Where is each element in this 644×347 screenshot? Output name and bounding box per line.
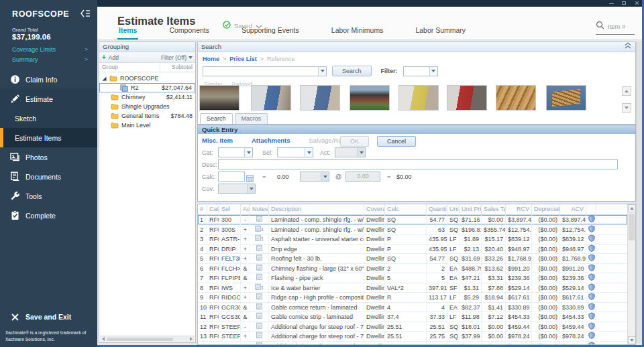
column-header-notes[interactable]: Notes xyxy=(250,204,269,214)
column-header-quantity[interactable]: Quantity xyxy=(427,204,447,214)
column-header-rcv[interactable]: RCV xyxy=(506,204,532,214)
table-row[interactable]: 6RFGFLCH>&Chimney flashing - large (32" … xyxy=(198,264,627,274)
save-and-exit-button[interactable]: Save and Exit xyxy=(0,307,97,327)
table-row[interactable]: 7RFGFLPIPE&Flashing - pipe jackDwelling5… xyxy=(198,273,627,283)
price-list-search-input[interactable] xyxy=(203,68,318,74)
sidebar-item-estimate[interactable]: Estimate xyxy=(0,89,97,109)
close-icon[interactable] xyxy=(634,1,640,6)
column-header-calc[interactable]: Calc xyxy=(385,204,427,214)
room-red-wall-thumbnail[interactable] xyxy=(447,85,487,111)
note-icon[interactable] xyxy=(250,322,269,332)
column-header-unit[interactable]: Unit xyxy=(447,204,460,214)
sidebar-link-coverage-limits[interactable]: Coverage Limits> xyxy=(0,44,97,54)
group-column-header[interactable]: Group xyxy=(99,63,160,72)
coverage-shield-icon[interactable] xyxy=(586,245,596,254)
table-row[interactable]: 4RFGDRIP+Drip edgeDwellingP435.95LF$2.13… xyxy=(198,245,627,255)
sidebar-item-claim-info[interactable]: Claim Info xyxy=(0,70,97,89)
coverage-shield-icon[interactable] xyxy=(586,254,596,263)
search-button[interactable]: Search xyxy=(332,66,372,76)
note-icon[interactable]: 1 xyxy=(250,283,269,293)
house-exterior-thumbnail[interactable] xyxy=(350,85,390,111)
note-icon[interactable] xyxy=(250,215,269,224)
room-blue-wall-2-thumbnail[interactable] xyxy=(300,85,340,111)
quick-entry-tab-attachments[interactable]: Attachments xyxy=(252,137,290,144)
coverage-shield-icon[interactable] xyxy=(586,332,596,341)
column-header-sales-tax[interactable]: Sales Tax xyxy=(482,204,506,214)
desc-input[interactable] xyxy=(218,159,618,169)
coverage-shield-icon[interactable] xyxy=(586,215,596,224)
note-icon[interactable] xyxy=(250,303,269,312)
tab-labor-summary[interactable]: Labor Summary xyxy=(414,23,467,40)
column-header-unit-price[interactable]: Unit Price xyxy=(460,204,482,214)
note-icon[interactable] xyxy=(250,264,269,273)
search-filter-dropdown[interactable] xyxy=(403,66,438,76)
tab-supporting-events[interactable]: Supporting Events xyxy=(240,23,301,40)
column-header-depreciation[interactable]: Depreciation xyxy=(532,204,560,214)
maximize-icon[interactable] xyxy=(621,1,627,6)
group-tree-item-main-level[interactable]: Main Level xyxy=(99,121,195,130)
group-tree-item-r2[interactable]: R2$27,047.64 xyxy=(99,83,195,92)
column-header-sel[interactable]: Sel xyxy=(219,204,241,214)
combo-dropdown-button[interactable] xyxy=(429,67,437,76)
scroll-left-icon[interactable] xyxy=(102,337,105,341)
note-icon[interactable]: 1 xyxy=(250,225,269,234)
column-header-description[interactable]: Description xyxy=(269,204,364,214)
basement-interior-thumbnail[interactable] xyxy=(199,85,239,111)
tab-components[interactable]: Components xyxy=(168,23,211,40)
table-row[interactable]: 1RFG300-Laminated - comp. shingle rfg. -… xyxy=(198,215,627,225)
tab-labor-minimums[interactable]: Labor Minimums xyxy=(330,23,385,40)
thumbnails-scroll-down-button[interactable] xyxy=(622,103,631,113)
note-icon[interactable] xyxy=(250,245,269,254)
table-row[interactable]: 9RFGRIDGC++Ridge cap - High profile - co… xyxy=(198,293,627,303)
breadcrumb-price-list[interactable]: Price List xyxy=(229,56,257,62)
cat-combo[interactable] xyxy=(218,147,253,157)
table-row[interactable]: 13RFGSTEEP+Additional charge for steep r… xyxy=(198,332,627,342)
scroll-right-icon[interactable] xyxy=(190,337,193,341)
table-row[interactable]: 3RFGASTR-+1Asphalt starter - universal s… xyxy=(198,234,627,245)
sidebar-item-sketch[interactable]: Sketch xyxy=(0,109,97,128)
room-yellow-wall-thumbnail[interactable] xyxy=(398,85,439,111)
thumbnails-scroll-up-button[interactable] xyxy=(622,86,631,96)
sidebar-link-summary[interactable]: Summary> xyxy=(0,54,97,64)
note-icon[interactable] xyxy=(250,312,269,322)
column-header-acv[interactable]: ACV xyxy=(560,204,586,214)
sidebar-item-photos[interactable]: Photos xyxy=(0,147,97,167)
items-table-vertical-scrollbar[interactable] xyxy=(627,204,635,344)
coverage-shield-icon[interactable] xyxy=(586,225,596,234)
coverage-shield-icon[interactable] xyxy=(586,312,596,322)
tab-search[interactable]: Search xyxy=(200,113,233,124)
column-header-cat[interactable]: Cat xyxy=(207,204,219,214)
collapse-sidebar-icon[interactable] xyxy=(80,8,91,20)
coverage-shield-icon[interactable] xyxy=(586,293,596,302)
sidebar-item-documents[interactable]: Documents xyxy=(0,167,97,186)
sidebar-item-complete[interactable]: Complete xyxy=(0,206,97,225)
combo-dropdown-button[interactable] xyxy=(318,67,326,76)
group-tree-item-general-items[interactable]: General Items$784.48 xyxy=(99,111,195,121)
note-icon[interactable]: 1 xyxy=(250,234,269,244)
table-row[interactable]: 12RFGSTEEP-Additional charge for steep r… xyxy=(198,322,627,332)
room-blue-wall-thumbnail[interactable] xyxy=(251,85,291,111)
item-number-search[interactable] xyxy=(596,20,635,35)
coverage-shield-icon[interactable] xyxy=(586,283,596,293)
column-header-#[interactable]: # xyxy=(198,204,207,214)
item-number-input[interactable] xyxy=(608,23,632,30)
table-row[interactable]: 10RFGGCR300&Gable cornice return - lamin… xyxy=(198,303,627,313)
cancel-button[interactable]: Cancel xyxy=(377,136,416,147)
coverage-shield-icon[interactable] xyxy=(586,273,596,283)
collapse-panel-icon[interactable] xyxy=(624,42,632,52)
house-framing-thumbnail[interactable] xyxy=(546,85,586,111)
subtotal-column-header[interactable]: Subtotal xyxy=(160,63,195,72)
minimize-icon[interactable] xyxy=(608,1,614,6)
tab-items[interactable]: Items xyxy=(117,23,138,40)
breadcrumb-home[interactable]: Home xyxy=(203,56,219,62)
calc-input[interactable] xyxy=(218,171,245,182)
price-list-search-combo[interactable] xyxy=(203,66,327,76)
table-row[interactable]: 8RFGIWS+1Ice & water barrierDwellingVAL*… xyxy=(198,283,627,293)
note-icon[interactable] xyxy=(250,254,269,263)
coverage-shield-icon[interactable] xyxy=(586,234,596,244)
group-tree-item-roofscope[interactable]: ROOFSCOPE xyxy=(99,74,195,83)
coverage-shield-icon[interactable] xyxy=(586,322,596,332)
column-header-act[interactable]: Act xyxy=(241,204,250,214)
sel-combo[interactable] xyxy=(277,147,313,157)
grouping-horizontal-scrollbar[interactable] xyxy=(100,336,195,342)
